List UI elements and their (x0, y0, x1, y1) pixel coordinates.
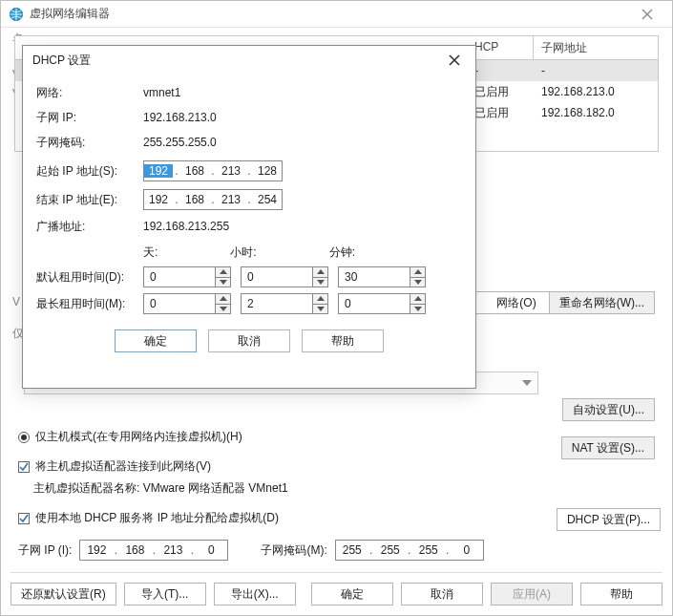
bottom-button-bar: 还原默认设置(R) 导入(T)... 导出(X)... 确定 取消 应用(A) … (11, 572, 662, 605)
ok-button[interactable]: 确定 (311, 583, 393, 605)
virtual-network-editor-window: 虚拟网络编辑器 名 V V V 仅 HCP 子网地址 - - 已启用 192.1… (0, 0, 673, 616)
end-ip-input[interactable]: 192. 168. 213. 254 (143, 189, 283, 210)
network-value: vmnet1 (143, 86, 180, 99)
window-title: 虚拟网络编辑器 (30, 6, 110, 22)
use-local-dhcp-label: 使用本地 DHCP 服务将 IP 地址分配给虚拟机(D) (35, 510, 279, 526)
max-lease-days[interactable]: 0 (143, 293, 231, 314)
export-button[interactable]: 导出(X)... (214, 583, 296, 605)
dialog-close-button[interactable] (443, 49, 466, 72)
lease-header: 天: 小时: 分钟: (36, 244, 462, 261)
dlg-subnet-ip-label: 子网 IP: (36, 110, 143, 126)
import-button[interactable]: 导入(T)... (124, 583, 206, 605)
dhcp-settings-button[interactable]: DHCP 设置(P)... (557, 508, 661, 531)
dlg-subnet-ip-value: 192.168.213.0 (143, 111, 217, 124)
rename-network-button[interactable]: 重命名网络(W)... (549, 291, 655, 314)
check-icon (18, 513, 30, 524)
col-dhcp: HCP (467, 36, 534, 59)
default-lease-minutes[interactable]: 30 (338, 266, 426, 287)
dialog-title: DHCP 设置 (32, 53, 91, 69)
apply-button[interactable]: 应用(A) (491, 583, 573, 605)
window-close-button[interactable] (630, 4, 664, 25)
default-lease-label: 默认租用时间(D): (36, 269, 134, 286)
end-ip-label: 结束 IP 地址(E): (36, 192, 143, 208)
globe-icon (9, 7, 24, 22)
spin-down-icon (215, 277, 230, 287)
subnet-ip-label: 子网 IP (I): (18, 542, 72, 559)
connect-adapter-checkbox[interactable]: 将主机虚拟适配器连接到此网络(V) (12, 458, 661, 475)
cancel-button[interactable]: 取消 (401, 583, 483, 605)
broadcast-value: 192.168.213.255 (143, 220, 229, 233)
subnet-mask-label: 子网掩码(M): (261, 542, 326, 559)
subnet-ip-input[interactable]: 192. 168. 213. 0 (79, 540, 228, 561)
adapter-name-line: 主机虚拟适配器名称: VMware 网络适配器 VMnet1 (12, 480, 661, 497)
dialog-titlebar: DHCP 设置 (23, 46, 475, 74)
max-lease-label: 最长租用时间(M): (36, 296, 134, 312)
check-icon (18, 461, 30, 473)
dialog-ok-button[interactable]: 确定 (115, 329, 197, 352)
dialog-help-button[interactable]: 帮助 (302, 329, 384, 352)
dialog-cancel-button[interactable]: 取消 (208, 329, 290, 352)
network-button[interactable]: 网络(O) (475, 291, 557, 314)
max-lease-hours[interactable]: 2 (241, 293, 328, 314)
start-ip-input[interactable]: 192. 168. 213. 128 (143, 160, 283, 181)
hostonly-radio-label: 仅主机模式(在专用网络内连接虚拟机)(H) (35, 429, 242, 445)
default-lease-hours[interactable]: 0 (241, 266, 328, 287)
restore-defaults-button[interactable]: 还原默认设置(R) (11, 583, 116, 605)
hostonly-radio[interactable]: 仅主机模式(在专用网络内连接虚拟机)(H) (12, 429, 661, 445)
radio-icon (18, 432, 30, 443)
col-subnet: 子网地址 (534, 36, 658, 59)
dlg-mask-value: 255.255.255.0 (143, 136, 217, 149)
broadcast-label: 广播地址: (36, 219, 143, 235)
start-ip-label: 起始 IP 地址(S): (36, 163, 143, 180)
ghost-section-v: V (12, 295, 20, 308)
default-lease-days[interactable]: 0 (143, 266, 231, 287)
help-button[interactable]: 帮助 (580, 583, 662, 605)
max-lease-minutes[interactable]: 0 (338, 293, 426, 314)
subnet-mask-input[interactable]: 255. 255. 255. 0 (335, 540, 484, 561)
titlebar: 虚拟网络编辑器 (1, 1, 672, 28)
dlg-mask-label: 子网掩码: (36, 135, 143, 151)
use-local-dhcp-checkbox[interactable]: 使用本地 DHCP 服务将 IP 地址分配给虚拟机(D) DHCP 设置(P).… (12, 510, 661, 526)
dhcp-settings-dialog: DHCP 设置 网络:vmnet1 子网 IP:192.168.213.0 子网… (22, 45, 476, 389)
spin-up-icon (215, 267, 230, 277)
connect-adapter-label: 将主机虚拟适配器连接到此网络(V) (35, 458, 211, 475)
network-label: 网络: (36, 85, 143, 101)
